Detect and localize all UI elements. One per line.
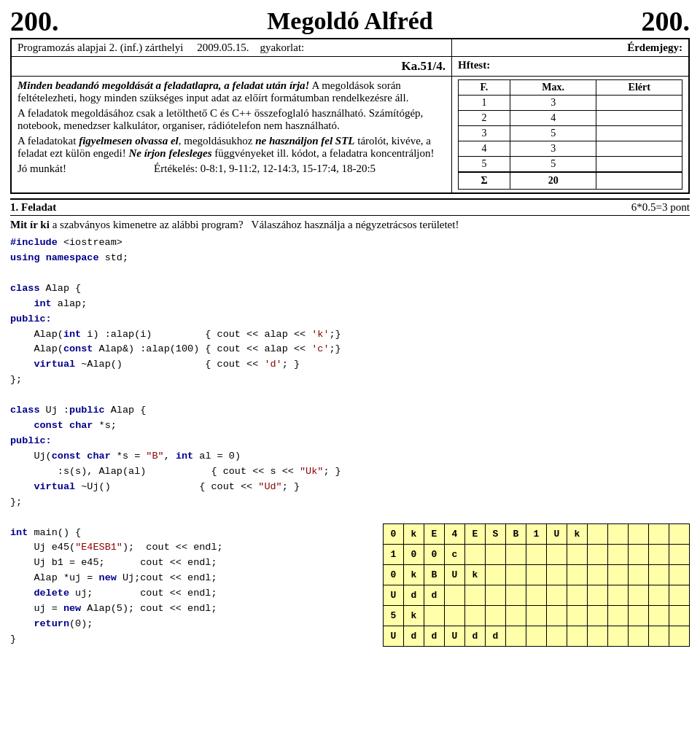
score-col-elert: Elért	[596, 80, 682, 96]
grid-cell	[669, 585, 690, 605]
grid-cell	[669, 544, 690, 564]
grid-cell	[526, 626, 547, 646]
grid-cell	[649, 585, 669, 605]
grid-cell	[629, 544, 649, 564]
score-cell: 3	[459, 126, 510, 141]
grid-cell	[588, 564, 608, 585]
grid-cell: k	[404, 564, 424, 585]
grid-cell: d	[404, 585, 424, 605]
grid-cell: d	[465, 626, 486, 646]
score-cell	[596, 157, 682, 173]
grid-cell: 1	[526, 523, 547, 544]
grid-cell	[526, 544, 547, 564]
grid-cell	[547, 585, 567, 605]
grid-cell: U	[547, 523, 567, 544]
grid-cell	[506, 564, 526, 585]
grid-cell	[567, 626, 588, 646]
grid-cell	[424, 605, 445, 626]
task1-points: 6*0.5=3 pont	[631, 201, 690, 214]
grid-cell: U	[445, 626, 465, 646]
grid-cell: k	[465, 564, 486, 585]
score-cell: F. Max. Elért 1324354355 Σ 20	[452, 77, 690, 194]
grid-cell	[486, 544, 506, 564]
grid-cell: B	[424, 564, 445, 585]
task1-title: 1. Feladat	[10, 201, 56, 214]
grid-cell	[526, 585, 547, 605]
score-col-max: Max.	[510, 80, 596, 96]
date-text: 2009.05.15.	[197, 42, 249, 53]
grid-cell	[608, 564, 629, 585]
grid-cell	[567, 564, 588, 585]
grid-cell	[547, 626, 567, 646]
intro-cell: Minden beadandó megoldását a feladatlapr…	[11, 77, 452, 194]
grid-cell	[608, 605, 629, 626]
grid-cell	[588, 585, 608, 605]
subject-text: Programozás alapjai 2. (inf.) zárthelyi	[18, 42, 183, 53]
grid-cell	[608, 626, 629, 646]
grid-cell: d	[404, 626, 424, 646]
score-cell	[596, 141, 682, 157]
grid-cell	[526, 564, 547, 585]
grid-cell	[465, 605, 486, 626]
grid-cell	[669, 523, 690, 544]
right-page-number: 200.	[642, 7, 691, 35]
practice-label: gyakorlat:	[260, 42, 304, 53]
grid-cell: d	[424, 626, 445, 646]
grid-cell	[547, 544, 567, 564]
grid-cell	[649, 605, 669, 626]
left-page-number: 200.	[10, 7, 59, 35]
score-cell: 2	[459, 111, 510, 126]
task1-question-mit: Mit ír ki	[10, 219, 50, 230]
grid-cell	[629, 523, 649, 544]
ka-value: Ka.51/4.	[402, 59, 446, 73]
grid-cell: 4	[445, 523, 465, 544]
grid-cell: k	[404, 605, 424, 626]
erdemjegy-cell: Érdemjegy:	[452, 39, 690, 57]
grid-cell	[445, 585, 465, 605]
grid-cell: 5	[384, 605, 404, 626]
score-cell: 5	[510, 157, 596, 173]
grid-cell	[629, 564, 649, 585]
grid-cell	[547, 605, 567, 626]
score-cell: 4	[459, 141, 510, 157]
sum-sigma: Σ	[459, 172, 510, 190]
grid-cell	[526, 605, 547, 626]
sum-elert	[596, 172, 682, 190]
score-cell	[596, 126, 682, 141]
grid-cell	[608, 585, 629, 605]
intro-4: A feladatokat figyelmesen olvassa el, me…	[18, 135, 446, 160]
score-col-f: F.	[459, 80, 510, 96]
grid-cell: 1	[384, 544, 404, 564]
subject-info-cell: Programozás alapjai 2. (inf.) zárthelyi …	[11, 39, 452, 57]
score-cell: 5	[459, 157, 510, 173]
erdemjegy-label: Érdemjegy:	[627, 42, 682, 53]
task1-body: Mit ír ki a szabványos kimenetre az aláb…	[10, 216, 690, 233]
grid-cell	[649, 564, 669, 585]
grid-cell	[649, 626, 669, 646]
grid-cell	[445, 605, 465, 626]
grid-cell	[567, 585, 588, 605]
score-cell: 4	[510, 111, 596, 126]
grid-cell	[506, 605, 526, 626]
grid-cell: B	[506, 523, 526, 544]
grid-area: 0kE4ESB1Uk100c0kBUkUdd5kUddUdd	[383, 523, 690, 647]
grid-cell	[669, 626, 690, 646]
score-cell	[596, 111, 682, 126]
grid-cell	[486, 564, 506, 585]
grid-cell	[567, 605, 588, 626]
grid-cell	[629, 626, 649, 646]
grid-cell	[486, 605, 506, 626]
grid-cell: k	[404, 523, 424, 544]
grid-cell: E	[424, 523, 445, 544]
grid-cell: S	[486, 523, 506, 544]
grid-cell	[547, 564, 567, 585]
grid-cell	[506, 626, 526, 646]
grid-cell: 0	[384, 523, 404, 544]
intro-56: Jó munkát! Értékelés: 0-8:1, 9-11:2, 12-…	[18, 163, 446, 175]
grid-cell	[567, 544, 588, 564]
hftest-cell: Hftest:	[452, 57, 690, 77]
grid-cell	[669, 605, 690, 626]
grid-cell	[669, 564, 690, 585]
grid-cell: E	[465, 523, 486, 544]
page-title: Megoldó Alfréd	[59, 7, 642, 35]
